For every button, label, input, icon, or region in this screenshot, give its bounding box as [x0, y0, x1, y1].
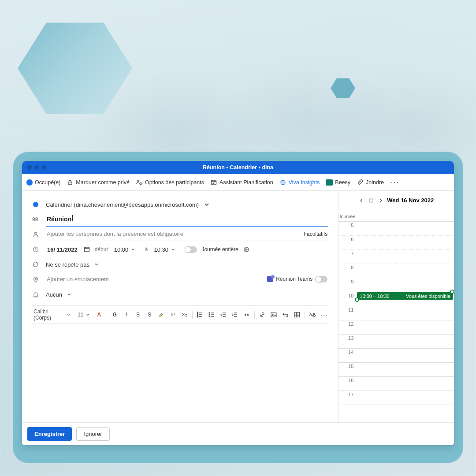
clock-icon: [32, 246, 39, 253]
mark-private-button[interactable]: Marquer comme privé: [67, 179, 130, 186]
schedule-preview-pane: Wed 16 Nov 2022 Journée 5 6 7 8 9 10 11 …: [338, 191, 454, 422]
recurrence-select[interactable]: Ne se répète pas: [46, 261, 89, 268]
chevron-right-icon[interactable]: [378, 198, 383, 203]
hour-16: 16: [338, 377, 357, 383]
hexagon-large-decoration: [18, 18, 132, 119]
attach-label: Joindre: [366, 179, 384, 186]
bell-icon: [32, 291, 39, 298]
day-grid[interactable]: Journée 5 6 7 8 9 10 11 12 13 14 15 16 1…: [338, 210, 454, 422]
svg-point-1: [137, 180, 139, 182]
table-button[interactable]: [293, 310, 301, 319]
subject-input[interactable]: Réunion: [46, 212, 328, 227]
start-time-select[interactable]: 10:00: [112, 245, 141, 254]
superscript-button[interactable]: ×²: [169, 310, 177, 319]
image-button[interactable]: [270, 310, 278, 319]
date-input[interactable]: 16/ 11/2022: [46, 245, 79, 254]
end-time-select[interactable]: 10:30: [152, 245, 180, 254]
hour-8: 8: [338, 264, 357, 270]
allday-toggle[interactable]: [185, 246, 197, 253]
hour-13: 13: [338, 335, 357, 341]
viva-label: Viva Insights: [289, 179, 320, 186]
viva-insights-button[interactable]: Viva Insights: [279, 179, 320, 186]
font-color-button[interactable]: A: [95, 310, 103, 319]
event-availability-label: Vous êtes disponible: [406, 294, 450, 299]
attach-button[interactable]: Joindre: [357, 179, 384, 186]
paperclip-icon: [357, 179, 364, 186]
beesy-icon: [326, 179, 333, 186]
location-row: Ajouter un emplacement Réunion Teams: [32, 272, 328, 287]
calendar-check-icon: [210, 179, 217, 186]
bullet-list-button[interactable]: [208, 310, 216, 319]
people-gear-icon: [136, 179, 143, 186]
beesy-button[interactable]: Beesy: [326, 179, 350, 186]
private-label: Marquer comme privé: [76, 179, 130, 186]
chevron-down-icon[interactable]: [203, 201, 210, 208]
calendar-small-icon[interactable]: [368, 197, 375, 204]
hour-6: 6: [338, 236, 357, 242]
svg-point-14: [209, 312, 210, 313]
scheduling-assistant-button[interactable]: Assistant Planification: [210, 179, 273, 186]
calendar-picker-row: Calendrier (dina.chevenement@beesapps.on…: [32, 197, 328, 212]
calendar-name[interactable]: Calendrier (dina.chevenement@beesapps.on…: [46, 201, 199, 208]
hour-9: 9: [338, 278, 357, 284]
body-editor[interactable]: [32, 324, 328, 418]
recurrence-row: Ne se répète pas: [32, 257, 328, 272]
hour-17: 17: [338, 391, 357, 397]
allday-label: Journée entière: [201, 246, 238, 253]
assistant-label: Assistant Planification: [219, 179, 273, 186]
teams-label: Réunion Teams: [276, 276, 312, 282]
options-label: Options des participants: [145, 179, 204, 186]
svg-text:3: 3: [197, 315, 198, 318]
window-title: Réunion • Calendrier • dina: [203, 164, 273, 171]
strike-button[interactable]: S: [145, 310, 153, 319]
save-button[interactable]: Enregistrer: [27, 427, 72, 441]
underline-button[interactable]: S: [134, 310, 142, 319]
more-button[interactable]: ···: [390, 178, 399, 187]
chevron-down-icon: [67, 292, 72, 297]
event-time-label: 10:00 – 10:30: [360, 294, 389, 299]
resize-handle-end[interactable]: [450, 290, 454, 294]
busy-dot-icon: [26, 179, 33, 186]
italic-button[interactable]: I: [122, 310, 130, 319]
svg-rect-20: [369, 199, 373, 202]
svg-point-6: [35, 232, 37, 234]
proposed-event-block[interactable]: 10:00 – 10:30 Vous êtes disponible: [357, 292, 453, 300]
window-controls[interactable]: [22, 165, 46, 170]
hour-14: 14: [338, 349, 357, 355]
calendar-picker-icon[interactable]: [83, 246, 90, 253]
hour-11: 11: [338, 306, 357, 312]
font-size-select[interactable]: 11: [76, 312, 91, 318]
discard-button[interactable]: Ignorer: [76, 427, 109, 441]
svg-point-16: [209, 316, 210, 317]
indent-button[interactable]: [231, 310, 239, 319]
svg-text:99: 99: [32, 216, 38, 223]
link-button[interactable]: [258, 310, 266, 319]
participant-options-button[interactable]: Options des participants: [136, 179, 204, 186]
quote-button[interactable]: [242, 310, 250, 319]
format-toolbar: Calibri (Corps) 11 A G I S S ×² ×₂ 123: [32, 305, 328, 324]
viva-icon: [279, 179, 286, 186]
timezone-icon[interactable]: [243, 246, 250, 253]
content-area: Calendrier (dina.chevenement@beesapps.on…: [22, 191, 454, 422]
subscript-button[interactable]: ×₂: [180, 310, 188, 319]
chevron-left-icon[interactable]: [359, 198, 364, 203]
chevron-down-icon: [131, 247, 135, 252]
font-family-select[interactable]: Calibri (Corps): [32, 309, 72, 321]
reminder-select[interactable]: Aucun: [46, 291, 62, 298]
format-more-button[interactable]: ···: [320, 310, 328, 319]
teams-toggle[interactable]: [315, 276, 327, 283]
status-label: Occupé(e): [35, 179, 60, 186]
undo-button[interactable]: [282, 310, 290, 319]
bold-button[interactable]: G: [111, 310, 119, 319]
location-input[interactable]: Ajouter un emplacement: [47, 276, 109, 283]
status-busy[interactable]: Occupé(e): [26, 179, 60, 186]
highlight-button[interactable]: [157, 310, 165, 319]
required-attendees-input[interactable]: Ajouter les personnes dont la présence e…: [46, 228, 328, 241]
allday-row: Journée: [338, 210, 454, 222]
optional-attendees-link[interactable]: Facultatifs: [304, 231, 328, 237]
outdent-button[interactable]: [219, 310, 227, 319]
clear-format-button[interactable]: Aあ: [309, 310, 316, 319]
numbered-list-button[interactable]: 123: [196, 310, 204, 319]
subject-row: 99 Réunion: [32, 212, 328, 227]
hour-15: 15: [338, 363, 357, 369]
